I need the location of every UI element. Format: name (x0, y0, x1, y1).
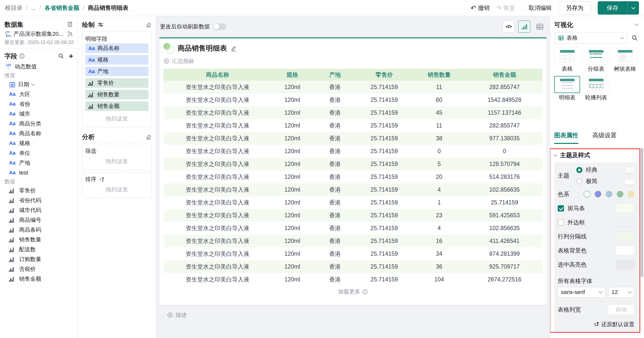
switch-dataset-icon[interactable] (67, 21, 73, 27)
theme-radio-classic[interactable] (576, 167, 582, 173)
breadcrumb-ellipsis[interactable]: ... (31, 5, 36, 11)
chart-type-option[interactable]: 明细表 (554, 76, 580, 102)
undo-button[interactable]: ↶ 撤销 (470, 4, 490, 12)
sort-dropzone[interactable]: 排序 ↑ AZ 拖到这里 (82, 172, 152, 198)
field-item-measure[interactable]: 城市代码 (5, 205, 73, 215)
preview-dataset-icon[interactable] (67, 31, 73, 37)
table-row[interactable]: 资生堂水之印美白导入液 120ml 香港 25.714159 20 514.28… (164, 171, 542, 183)
field-item-dimension[interactable]: Aa 规格 (5, 138, 73, 148)
field-item-dimension[interactable]: Aa 大区 (5, 89, 73, 99)
filter-dropzone[interactable]: 筛选 拖到这里 (82, 144, 152, 170)
reset-defaults-button[interactable]: ↺ 还原默认设置 (558, 317, 634, 331)
table-row[interactable]: 资生堂水之印美白导入液 120ml 香港 25.714159 38 977.13… (164, 132, 542, 145)
chart-type-option[interactable]: 轮播列表 (583, 76, 609, 102)
field-item-dimension[interactable]: Aa 城市 (5, 109, 73, 119)
add-summary-metric-button[interactable]: 汇总指标 (164, 57, 542, 65)
add-description-button[interactable]: 描述 (167, 311, 550, 319)
table-header-cell[interactable]: 零售价 (357, 69, 412, 81)
zebra-checkbox[interactable] (558, 205, 564, 212)
breadcrumb-parent[interactable]: 各省销售金额 (45, 4, 79, 12)
field-item-dimension[interactable]: Aa test (5, 168, 73, 178)
table-row[interactable]: 资生堂水之印美白导入液 120ml 香港 25.714159 36 925.70… (164, 260, 542, 273)
edit-title-icon[interactable] (230, 45, 237, 52)
field-item-measure[interactable]: 含税价 (5, 264, 73, 274)
tab-chart-properties[interactable]: 图表属性 (554, 131, 578, 144)
load-more-button[interactable]: 加载更多 (164, 286, 542, 298)
theme-option-minimal-label[interactable]: 极简 (586, 177, 597, 185)
add-field-icon[interactable]: + (69, 52, 73, 60)
field-item-measure[interactable]: 零售价 (5, 186, 73, 195)
zebra-color-swatch[interactable] (616, 203, 634, 213)
chart-type-option[interactable]: 树状表格 (612, 47, 638, 73)
chart-type-option[interactable]: 表格 (554, 47, 580, 73)
table-header-cell[interactable]: 销售金额 (467, 69, 542, 81)
save-as-button[interactable]: 另存为 (558, 1, 591, 15)
breadcrumb-root[interactable]: 根目录 (5, 4, 22, 12)
table-row[interactable]: 资生堂水之印美白导入液 120ml 香港 25.714159 45 1157.1… (164, 106, 542, 119)
field-item-dimension[interactable]: Aa 商品名称 (5, 129, 73, 138)
sliders-icon[interactable] (98, 22, 104, 28)
eraser-icon[interactable] (146, 22, 152, 28)
field-item-dynamic-value[interactable]: 123∼ 动态数值 (5, 62, 73, 71)
detail-fields-dropzone[interactable]: 明细字段 Aa 商品名称 Aa 规格 (82, 32, 152, 127)
table-header-cell[interactable]: 商品名称 (164, 69, 271, 81)
cancel-edit-button[interactable]: 取消编辑 (529, 4, 552, 12)
table-row[interactable]: 资生堂水之印美白导入液 120ml 香港 25.714159 23 591.42… (164, 209, 542, 222)
outer-border-color-swatch[interactable] (616, 218, 634, 227)
field-item-dimension[interactable]: Aa 单位 (5, 148, 73, 158)
table-header-cell[interactable]: 销售数量 (412, 69, 466, 81)
table-view-button[interactable] (534, 21, 546, 33)
eraser-icon[interactable] (146, 134, 152, 140)
table-header-cell[interactable]: 产地 (313, 69, 357, 81)
collapse-panel-icon[interactable] (635, 22, 639, 26)
field-item-measure[interactable]: 订购数量 (5, 254, 73, 264)
table-row[interactable]: 资生堂水之印美白导入液 120ml 香港 25.714159 104 2674.… (164, 273, 542, 286)
table-row[interactable]: 资生堂水之印美白导入液 120ml 香港 25.714159 60 1542.8… (164, 94, 542, 106)
field-pill[interactable]: Aa 零售价 (85, 78, 148, 88)
code-view-button[interactable]: </> (503, 21, 515, 33)
chart-type-option[interactable]: 分组表 (583, 47, 609, 73)
color-scheme-dot[interactable] (606, 191, 612, 197)
column-width-input[interactable]: 自动 (608, 304, 634, 315)
field-pill[interactable]: Aa 产地 (85, 67, 148, 76)
table-row[interactable]: 资生堂水之印美白导入液 120ml 香港 25.714159 34 874.28… (164, 247, 542, 260)
theme-radio-minimal[interactable] (576, 178, 582, 184)
field-pill[interactable]: Aa 规格 (85, 55, 148, 65)
color-scheme-dot[interactable] (584, 191, 590, 197)
outer-border-checkbox[interactable] (558, 219, 564, 226)
field-item-date[interactable]: 日期 (5, 79, 73, 89)
font-size-select[interactable]: 12 (608, 287, 634, 298)
color-scheme-dot[interactable] (628, 191, 634, 197)
highlight-color-swatch[interactable] (616, 260, 634, 269)
color-scheme-dot[interactable] (617, 191, 623, 197)
save-button[interactable]: 保存 (598, 1, 627, 15)
font-family-select[interactable]: sans-serif (558, 287, 605, 298)
table-row[interactable]: 资生堂水之印美白导入液 120ml 香港 25.714159 11 282.85… (164, 119, 542, 132)
save-dropdown-button[interactable] (627, 1, 639, 15)
auto-refresh-toggle[interactable] (213, 23, 226, 30)
field-pill[interactable]: Aa 销售数量 (85, 90, 148, 99)
field-item-dimension[interactable]: Aa 产地 (5, 158, 73, 168)
table-row[interactable]: 资生堂水之印美白导入液 120ml 香港 25.714159 4 102.856… (164, 222, 542, 235)
field-pill[interactable]: Aa 商品名称 (85, 44, 148, 53)
field-item-measure[interactable]: 销售数量 (5, 235, 73, 244)
field-pill[interactable]: Aa 销售金额 (85, 101, 148, 111)
table-row[interactable]: 资生堂水之印美白导入液 120ml 香港 25.714159 11 282.85… (164, 81, 542, 94)
field-item-dimension[interactable]: Aa 省份 (5, 99, 73, 109)
field-item-measure[interactable]: 商品条码 (5, 225, 73, 235)
table-header-cell[interactable]: 规格 (271, 69, 313, 81)
table-row[interactable]: 资生堂水之印美白导入液 120ml 香港 25.714159 4 102.856… (164, 183, 542, 196)
redo-button[interactable]: ↷ 恢复 (496, 4, 515, 12)
table-row[interactable]: 资生堂水之印美白导入液 120ml 香港 25.714159 0 0 (164, 145, 542, 158)
dataset-item[interactable]: ETL 产品演示数据集2025-... (5, 29, 73, 39)
theme-style-section-header[interactable]: 主题及样式 (554, 150, 638, 160)
table-row[interactable]: 资生堂水之印美白导入液 120ml 香港 25.714159 16 411.42… (164, 235, 542, 247)
field-item-measure[interactable]: 配送数 (5, 244, 73, 254)
chevron-down-icon[interactable] (31, 82, 35, 86)
search-chart-type-icon[interactable] (631, 35, 638, 41)
table-bg-color-swatch[interactable] (616, 246, 634, 255)
field-item-measure[interactable]: 商品编号 (5, 215, 73, 225)
field-item-measure[interactable]: 省份代码 (5, 195, 73, 205)
chart-type-select[interactable]: 表格 (554, 32, 627, 44)
field-item-dimension[interactable]: Aa 商品分类 (5, 119, 73, 129)
